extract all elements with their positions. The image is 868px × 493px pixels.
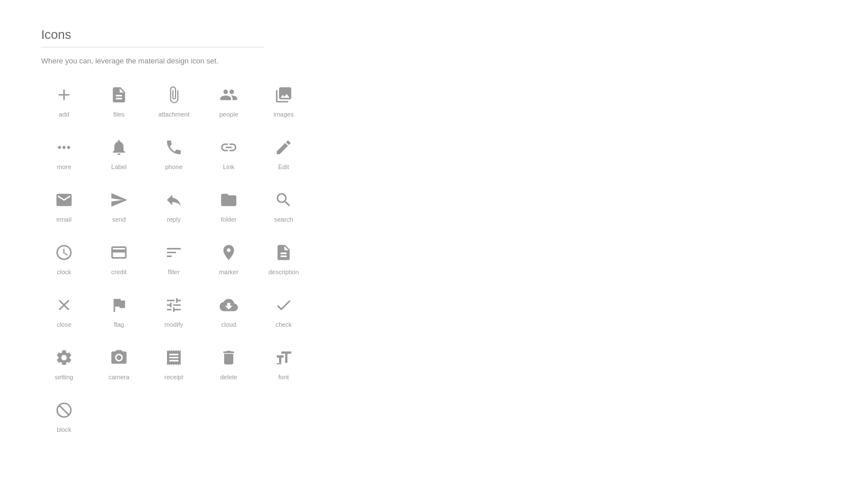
icon-cell-more: more	[41, 136, 87, 170]
block-label: block	[57, 426, 71, 433]
receipt-icon	[165, 346, 183, 369]
email-icon	[55, 189, 73, 211]
icon-cell-folder: folder	[206, 189, 252, 223]
icon-cell-block: block	[41, 399, 87, 433]
people-label: people	[219, 111, 238, 118]
phone-icon	[165, 136, 183, 159]
credit-label: credit	[112, 268, 127, 275]
people-icon	[220, 83, 238, 106]
flag-label: flag	[114, 321, 124, 328]
label-label: Label	[112, 163, 127, 170]
icon-cell-edit: Edit	[261, 136, 306, 170]
edit-icon	[274, 136, 293, 159]
setting-icon	[55, 346, 73, 369]
icon-cell-phone: phone	[151, 136, 197, 170]
icon-cell-credit: credit	[96, 241, 142, 275]
check-icon	[274, 294, 293, 316]
camera-icon	[110, 346, 128, 369]
icon-cell-search: search	[261, 189, 306, 223]
add-label: add	[59, 111, 69, 118]
marker-icon	[220, 241, 238, 264]
link-icon	[220, 136, 238, 159]
icon-cell-setting: setting	[41, 346, 87, 380]
search-icon	[274, 189, 293, 211]
subtitle: Where you can, leverage the material des…	[41, 57, 868, 65]
icon-cell-email: email	[41, 189, 87, 223]
icon-cell-link: Link	[206, 136, 252, 170]
icon-cell-label: Label	[96, 136, 142, 170]
icon-cell-people: people	[206, 83, 252, 118]
icon-cell-description: description	[261, 241, 306, 275]
icon-cell-font: font	[261, 346, 306, 380]
send-icon	[110, 189, 128, 211]
search-label: search	[274, 216, 293, 223]
reply-label: reply	[167, 216, 181, 223]
close-label: close	[57, 321, 71, 328]
page-title: Icons	[41, 27, 868, 42]
edit-label: Edit	[278, 163, 289, 170]
icon-cell-send: send	[96, 189, 142, 223]
camera-label: camera	[109, 374, 130, 380]
files-icon	[110, 83, 128, 106]
icon-cell-close: close	[41, 294, 87, 328]
icon-grid: addfilesattachmentpeopleimagesmoreLabelp…	[41, 83, 868, 433]
receipt-label: receipt	[164, 374, 183, 380]
icon-cell-add: add	[41, 83, 87, 118]
attachment-label: attachment	[158, 111, 189, 118]
clock-icon	[55, 241, 73, 264]
divider	[41, 47, 264, 47]
font-label: font	[278, 374, 289, 380]
modify-icon	[165, 294, 183, 316]
marker-label: marker	[219, 268, 238, 275]
email-label: email	[57, 216, 71, 223]
label-icon	[110, 136, 128, 159]
font-icon	[274, 346, 293, 369]
icon-cell-reply: reply	[151, 189, 197, 223]
icon-cell-delete: delete	[206, 346, 252, 380]
icon-cell-images: images	[261, 83, 306, 118]
delete-icon	[220, 346, 238, 369]
images-label: images	[273, 111, 293, 118]
link-label: Link	[223, 163, 234, 170]
cloud-label: cloud	[221, 321, 236, 328]
icon-cell-check: check	[261, 294, 306, 328]
more-icon	[55, 136, 73, 159]
reply-icon	[165, 189, 183, 211]
filter-icon	[165, 241, 183, 264]
icon-cell-clock: clock	[41, 241, 87, 275]
description-icon	[274, 241, 293, 264]
setting-label: setting	[55, 374, 73, 380]
flag-icon	[110, 294, 128, 316]
folder-icon	[220, 189, 238, 211]
icon-cell-receipt: receipt	[151, 346, 197, 380]
delete-label: delete	[220, 374, 237, 380]
folder-label: folder	[221, 216, 237, 223]
icon-cell-files: files	[96, 83, 142, 118]
add-icon	[55, 83, 73, 106]
files-label: files	[113, 111, 125, 118]
send-label: send	[112, 216, 126, 223]
filter-label: fliter	[168, 268, 180, 275]
description-label: description	[268, 268, 298, 275]
block-icon	[55, 399, 73, 422]
icon-cell-attachment: attachment	[151, 83, 197, 118]
cloud-icon	[220, 294, 238, 316]
attachment-icon	[165, 83, 183, 106]
credit-icon	[110, 241, 128, 264]
icon-cell-camera: camera	[96, 346, 142, 380]
images-icon	[274, 83, 293, 106]
icon-cell-modify: modify	[151, 294, 197, 328]
page: Icons Where you can, leverage the materi…	[0, 0, 868, 493]
modify-label: modify	[165, 321, 183, 328]
icon-cell-cloud: cloud	[206, 294, 252, 328]
phone-label: phone	[165, 163, 183, 170]
icon-cell-marker: marker	[206, 241, 252, 275]
close-icon	[55, 294, 73, 316]
more-label: more	[57, 163, 71, 170]
icon-cell-filter: fliter	[151, 241, 197, 275]
icon-cell-flag: flag	[96, 294, 142, 328]
check-label: check	[276, 321, 292, 328]
clock-label: clock	[57, 268, 71, 275]
